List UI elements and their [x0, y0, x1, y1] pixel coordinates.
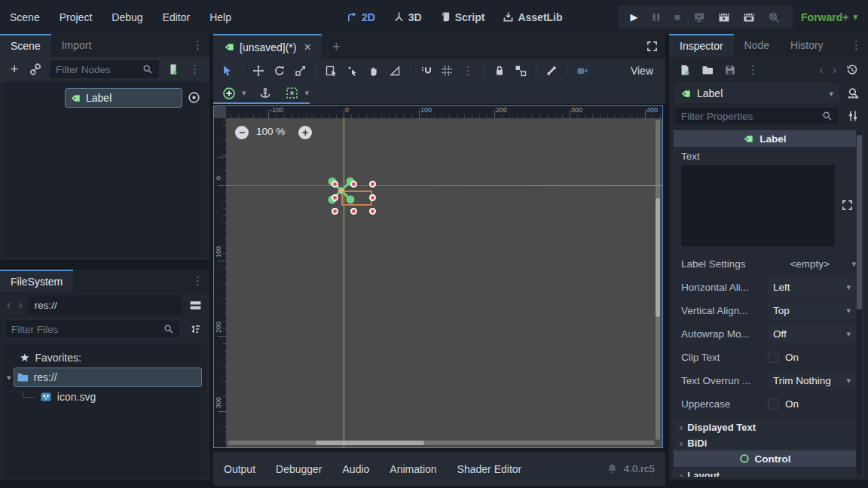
scene-tree-menu-icon[interactable]: ⋮: [185, 63, 205, 76]
select-tool-button[interactable]: [218, 61, 237, 81]
current-path-field[interactable]: res://: [28, 295, 182, 315]
group-layout[interactable]: › Layout: [674, 467, 856, 477]
file-row-icon-svg[interactable]: └─ icon.svg: [3, 387, 206, 407]
group-displayed-text[interactable]: › Displayed Text: [674, 419, 856, 435]
bottom-tab-shader-editor[interactable]: Shader Editor: [457, 463, 522, 475]
anchor-preset-dropdown-icon[interactable]: ▾: [242, 88, 246, 98]
distraction-free-icon[interactable]: [646, 41, 658, 52]
menu-project[interactable]: Project: [50, 11, 102, 23]
label-settings-value[interactable]: <empty> ▾: [768, 258, 856, 270]
horizontal-alignment-dropdown[interactable]: Left ▾: [768, 278, 856, 297]
history-back-button[interactable]: ‹: [5, 298, 13, 312]
container-sizing-dropdown-icon[interactable]: ▾: [305, 88, 310, 98]
inspector-scrollbar-thumb[interactable]: [857, 135, 862, 310]
menu-debug[interactable]: Debug: [102, 11, 152, 23]
movie-maker-icon[interactable]: [768, 11, 780, 23]
zoom-out-button[interactable]: −: [235, 126, 249, 139]
filter-files-input[interactable]: Filter Files: [5, 319, 181, 339]
horizontal-scrollbar[interactable]: [228, 441, 655, 445]
autowrap-mode-dropdown[interactable]: Off ▾: [768, 325, 856, 343]
smart-snap-button[interactable]: [416, 61, 436, 81]
group-button[interactable]: [511, 61, 530, 81]
filter-nodes-input[interactable]: Filter Nodes: [49, 59, 160, 79]
scene-dock-menu-icon[interactable]: ⋮: [188, 38, 208, 52]
bottom-tab-output[interactable]: Output: [224, 463, 255, 475]
edit-back-button[interactable]: ‹: [816, 63, 826, 77]
text-overrun-dropdown[interactable]: Trim Nothing ▾: [768, 371, 856, 390]
filesystem-menu-icon[interactable]: ⋮: [188, 274, 208, 288]
remote-debug-icon[interactable]: [693, 11, 705, 23]
menu-editor[interactable]: Editor: [153, 11, 200, 23]
open-docs-button[interactable]: [843, 84, 863, 103]
resize-handle-b[interactable]: [350, 208, 357, 215]
zoom-percent[interactable]: 100 %: [256, 126, 285, 137]
visibility-eye-icon[interactable]: [188, 90, 200, 104]
favorites-row[interactable]: ★ Favorites:: [3, 348, 206, 368]
tab-scene[interactable]: Scene: [0, 34, 51, 56]
resize-handle-r[interactable]: [369, 194, 376, 201]
toggle-split-mode-button[interactable]: [185, 295, 205, 315]
bottom-tab-animation[interactable]: Animation: [390, 463, 436, 475]
resource-extra-menu-icon[interactable]: ⋮: [743, 63, 763, 77]
select-pivot-button[interactable]: [343, 61, 362, 81]
pause-button[interactable]: [651, 12, 662, 23]
notification-bell-icon[interactable]: [607, 463, 618, 474]
resize-handle-l[interactable]: [332, 194, 338, 201]
folder-row-res[interactable]: ▾ res://: [14, 368, 202, 387]
vertical-scrollbar[interactable]: [656, 120, 660, 440]
stop-button[interactable]: ■: [674, 11, 680, 23]
pan-tool-button[interactable]: [364, 61, 384, 81]
tab-assetlib[interactable]: AssetLib: [495, 8, 570, 26]
text-property-textarea[interactable]: [681, 165, 835, 246]
bottom-tab-debugger[interactable]: Debugger: [276, 463, 322, 475]
move-tool-button[interactable]: [249, 61, 268, 81]
close-tab-icon[interactable]: ×: [304, 41, 310, 54]
history-forward-button[interactable]: ›: [16, 298, 24, 312]
filter-properties-input[interactable]: Filter Properties: [674, 106, 839, 126]
inspector-menu-icon[interactable]: ⋮: [846, 38, 866, 52]
tree-row-label[interactable]: Label: [65, 88, 182, 108]
resize-handle-bl[interactable]: [332, 208, 338, 215]
anchor-preset-button[interactable]: [219, 84, 239, 103]
group-bidi[interactable]: › BiDi: [674, 435, 856, 450]
node-selector[interactable]: Label ▾: [674, 84, 839, 103]
expand-textarea-icon[interactable]: [842, 200, 853, 211]
resize-handle-t[interactable]: [350, 181, 357, 188]
inspector-scrollbar[interactable]: [857, 132, 862, 475]
play-custom-scene-button[interactable]: [743, 11, 755, 23]
save-resource-button[interactable]: [720, 60, 740, 80]
camera-override-button[interactable]: [573, 61, 592, 81]
object-history-button[interactable]: [842, 60, 862, 80]
clip-text-checkbox[interactable]: [768, 352, 779, 363]
lock-button[interactable]: [490, 61, 509, 81]
resize-handle-tl[interactable]: [332, 181, 338, 188]
filesystem-tree[interactable]: ★ Favorites: ▾ res:// └─ icon.svg: [3, 345, 206, 477]
horizontal-scrollbar-thumb[interactable]: [316, 441, 424, 445]
renderer-selector[interactable]: Forward+ ▾: [801, 0, 857, 34]
play-button[interactable]: ▶: [631, 11, 638, 23]
tab-3d[interactable]: 3D: [386, 8, 429, 26]
anchor-mode-button[interactable]: [255, 84, 275, 103]
vertical-alignment-dropdown[interactable]: Top ▾: [768, 301, 856, 320]
ruler-tool-button[interactable]: [385, 61, 405, 81]
container-sizing-button[interactable]: [283, 84, 302, 103]
vertical-scrollbar-thumb[interactable]: [656, 198, 660, 317]
new-scene-tab-button[interactable]: +: [322, 34, 351, 59]
resize-handle-br[interactable]: [369, 208, 376, 215]
instance-scene-button[interactable]: [26, 59, 45, 79]
list-select-button[interactable]: [322, 61, 341, 81]
tab-filesystem[interactable]: FileSystem: [0, 270, 73, 292]
scene-tab-unsaved[interactable]: [unsaved](*) ×: [213, 34, 322, 59]
attach-script-button[interactable]: [164, 59, 183, 79]
zoom-in-button[interactable]: +: [298, 126, 312, 139]
new-resource-button[interactable]: [675, 60, 695, 80]
tab-inspector[interactable]: Inspector: [669, 34, 734, 56]
tab-import[interactable]: Import: [51, 34, 102, 56]
menu-help[interactable]: Help: [200, 11, 241, 23]
load-resource-button[interactable]: [698, 60, 717, 80]
scale-tool-button[interactable]: [291, 61, 310, 81]
resize-handle-tr[interactable]: [369, 181, 376, 188]
scene-tree[interactable]: Label: [3, 82, 206, 257]
collapse-arrow-icon[interactable]: ▾: [7, 373, 11, 383]
grid-snap-button[interactable]: [437, 61, 457, 81]
